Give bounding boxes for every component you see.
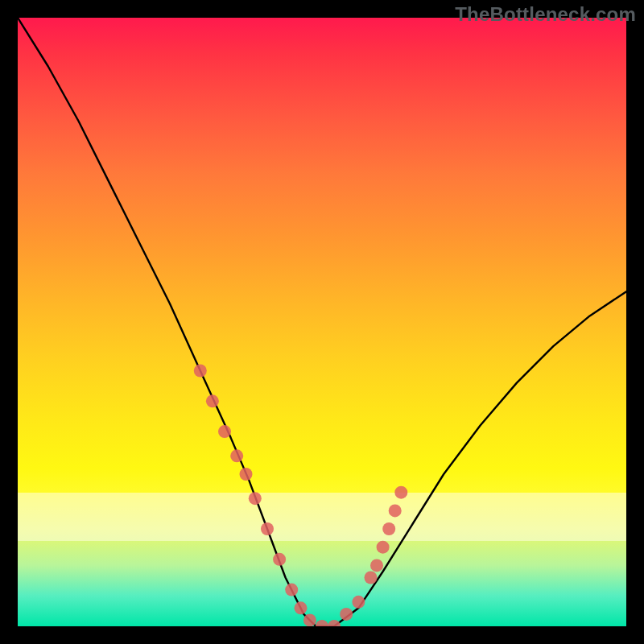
svg-point-16 bbox=[370, 559, 383, 572]
svg-point-8 bbox=[285, 584, 298, 597]
chart-svg bbox=[18, 18, 626, 626]
svg-point-19 bbox=[389, 504, 402, 517]
svg-point-18 bbox=[382, 522, 395, 535]
svg-point-7 bbox=[273, 553, 286, 566]
highlight-points bbox=[194, 365, 408, 627]
svg-point-6 bbox=[261, 522, 274, 535]
svg-point-17 bbox=[377, 541, 390, 554]
svg-point-10 bbox=[303, 613, 316, 626]
svg-point-3 bbox=[230, 449, 243, 462]
svg-point-15 bbox=[365, 572, 378, 584]
svg-point-5 bbox=[249, 492, 262, 505]
attribution-text: TheBottleneck.com bbox=[455, 3, 636, 26]
svg-point-12 bbox=[328, 620, 341, 626]
svg-point-11 bbox=[316, 620, 328, 626]
svg-point-1 bbox=[206, 394, 219, 407]
svg-point-2 bbox=[218, 425, 231, 438]
svg-point-4 bbox=[240, 468, 253, 481]
svg-point-20 bbox=[394, 486, 407, 499]
chart-plot-area bbox=[18, 18, 626, 626]
bottleneck-curve bbox=[18, 18, 626, 626]
svg-point-9 bbox=[295, 601, 308, 614]
svg-point-13 bbox=[340, 608, 353, 621]
svg-point-14 bbox=[352, 596, 365, 609]
svg-point-0 bbox=[194, 365, 207, 378]
